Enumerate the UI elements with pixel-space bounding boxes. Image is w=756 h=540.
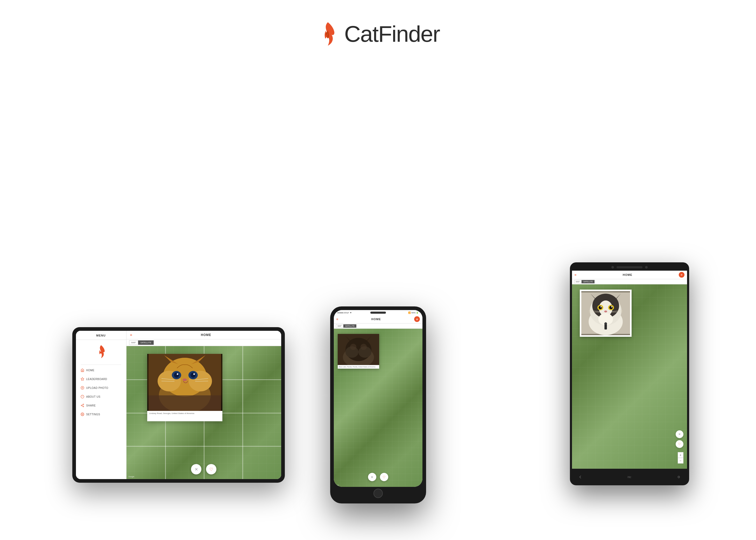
iphone-speaker: [370, 312, 386, 314]
svg-point-51: [600, 306, 601, 308]
nav-about-label: ABOUT US: [86, 395, 100, 398]
nav-leaderboard[interactable]: LEADERBOARD: [76, 375, 126, 383]
htc-brand-label: htc: [627, 475, 631, 478]
svg-point-19: [174, 372, 179, 378]
htc-zoom-in[interactable]: +: [678, 452, 684, 458]
nav-home-label: HOME: [86, 369, 95, 372]
tablet-app-header: ≡ HOME: [126, 331, 281, 339]
svg-point-60: [604, 323, 607, 325]
svg-point-61: [678, 476, 680, 478]
svg-point-21: [177, 373, 178, 375]
tablet-sidebar: MENU HOME LEADERBOARD UPLOAD P: [76, 331, 126, 479]
svg-rect-30: [149, 395, 221, 411]
nav-upload[interactable]: UPLOAD PHOTO: [76, 383, 126, 392]
svg-point-1: [81, 386, 84, 389]
htc-satellite-tab[interactable]: SATELLITE: [581, 280, 594, 283]
cat-photo-image: [147, 354, 222, 411]
iphone-device: ●●●●● AT&T ▼ 4:12 PM 📶 55% 🔋 ≡ HOME ⊕ MA…: [330, 307, 426, 503]
htc-action-buttons: ✕ ♡: [676, 430, 684, 448]
htc-map-area: ✕ ♡ + −: [572, 284, 687, 469]
svg-point-6: [83, 404, 84, 405]
iphone-action-buttons: ✕ ♡: [368, 473, 388, 481]
svg-point-20: [190, 372, 196, 378]
iphone-home-button[interactable]: [373, 489, 383, 498]
heart-button[interactable]: ♡: [206, 464, 216, 474]
htc-back-button[interactable]: [575, 472, 585, 482]
carrier-label: ●●●●● AT&T ▼: [337, 312, 352, 314]
nav-settings[interactable]: SETTINGS: [76, 410, 126, 419]
htc-cat-image: [581, 291, 630, 335]
globe-icon[interactable]: ⊕: [414, 316, 420, 322]
htc-speaker: [617, 266, 643, 268]
iphone-menu-icon[interactable]: ≡: [336, 317, 338, 321]
sidebar-menu-label: MENU: [76, 331, 126, 340]
svg-point-50: [609, 306, 613, 309]
svg-marker-0: [81, 377, 84, 380]
iphone-cat-card[interactable]: Bass Lake, Florida, Florida, United Stat…: [338, 334, 379, 369]
battery-label: 📶 55% 🔋: [408, 312, 419, 314]
iphone-heart-button[interactable]: ♡: [380, 473, 388, 481]
svg-point-8: [83, 406, 84, 407]
htc-zoom-out[interactable]: −: [678, 458, 684, 464]
htc-menu-icon[interactable]: ≡: [574, 273, 577, 277]
htc-map-tabs: MAP SATELLITE: [572, 279, 687, 284]
svg-line-10: [82, 405, 83, 405]
map-action-buttons: ✕ ♡: [191, 464, 216, 474]
nav-share[interactable]: SHARE: [76, 401, 126, 410]
close-button[interactable]: ✕: [191, 464, 201, 474]
nav-leaderboard-label: LEADERBOARD: [86, 378, 107, 381]
htc-device: ≡ HOME ⊕ MAP SATELLITE: [570, 262, 689, 485]
cat-photo-card[interactable]: Lindsey Road, Georgia, United States of …: [147, 354, 222, 421]
svg-point-52: [611, 306, 612, 308]
iphone-google-logo: Google: [335, 484, 339, 486]
svg-point-49: [598, 306, 602, 309]
htc-heart-button[interactable]: ♡: [676, 440, 684, 448]
nav-settings-label: SETTINGS: [86, 413, 100, 416]
htc-map-tab[interactable]: MAP: [574, 280, 581, 283]
map-tab-satellite[interactable]: SATELLITE: [138, 340, 154, 345]
tablet-header-title: HOME: [135, 333, 278, 337]
logo-section: CatFinder: [316, 21, 440, 47]
htc-bottom-bar: htc: [570, 469, 689, 485]
iphone-screen: ●●●●● AT&T ▼ 4:12 PM 📶 55% 🔋 ≡ HOME ⊕ MA…: [334, 310, 423, 487]
svg-point-7: [81, 405, 82, 406]
htc-home-button[interactable]: [674, 472, 684, 482]
nav-home[interactable]: HOME: [76, 366, 126, 375]
tablet-screen: MENU HOME LEADERBOARD UPLOAD P: [76, 331, 281, 479]
nav-about[interactable]: ABOUT US: [76, 392, 126, 401]
flame-icon: [316, 21, 339, 47]
nav-upload-label: UPLOAD PHOTO: [86, 386, 108, 389]
app-name: CatFinder: [344, 21, 440, 47]
tablet-device: MENU HOME LEADERBOARD UPLOAD P: [72, 327, 285, 483]
iphone-map-area: Bass Lake, Florida, Florida, United Stat…: [334, 329, 423, 487]
htc-close-button[interactable]: ✕: [676, 430, 684, 438]
htc-app-header: ≡ HOME ⊕: [572, 271, 687, 279]
svg-point-53: [604, 311, 607, 313]
iphone-satellite-tab[interactable]: SATELLITE: [343, 324, 356, 328]
iphone-bottom-bar: [334, 487, 423, 500]
svg-point-22: [193, 373, 195, 375]
htc-camera-2: [645, 266, 648, 269]
iphone-cat-image: [338, 334, 379, 365]
nav-share-label: SHARE: [86, 404, 96, 407]
svg-point-11: [82, 414, 83, 415]
cat-photo-caption: Lindsey Road, Georgia, United States of …: [147, 411, 222, 416]
svg-point-23: [183, 378, 187, 381]
svg-line-29: [195, 381, 208, 381]
sidebar-logo: [95, 344, 108, 360]
map-tab-map[interactable]: MAP: [129, 340, 138, 345]
iphone-map-tabs: MAP SATELLITE: [334, 324, 423, 329]
htc-top-bar: [570, 262, 689, 271]
htc-globe-icon[interactable]: ⊕: [679, 272, 685, 278]
htc-header-title: HOME: [576, 273, 679, 276]
iphone-app-header: ≡ HOME ⊕: [334, 315, 423, 324]
htc-cat-card[interactable]: [580, 290, 632, 337]
tablet-map-area: Lindsey Road, Georgia, United States of …: [126, 346, 281, 479]
svg-line-9: [82, 406, 83, 406]
google-logo: Google: [129, 476, 135, 477]
tablet-menu-icon[interactable]: ≡: [130, 333, 132, 337]
iphone-cat-caption: Bass Lake, Florida, Florida, United Stat…: [338, 365, 379, 369]
htc-screen: ≡ HOME ⊕ MAP SATELLITE: [572, 271, 687, 469]
iphone-map-tab[interactable]: MAP: [336, 324, 343, 328]
iphone-close-button[interactable]: ✕: [368, 473, 376, 481]
